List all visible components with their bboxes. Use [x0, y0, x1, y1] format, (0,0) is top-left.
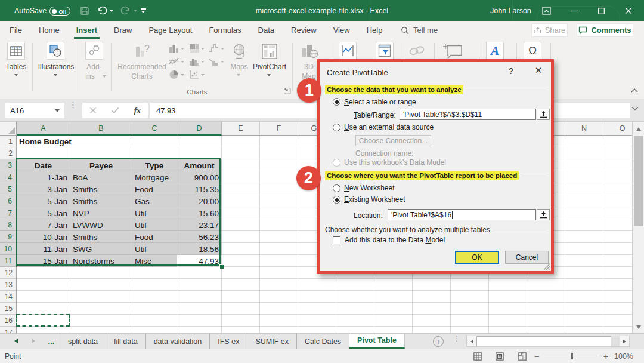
vertical-scrollbar-thumb[interactable] [634, 136, 643, 226]
row-header-5[interactable]: 5 [0, 183, 17, 195]
cell-E12[interactable] [222, 267, 260, 279]
minimize-button[interactable] [566, 0, 583, 21]
cell-M17[interactable] [527, 327, 565, 333]
formula-bar-handle[interactable]: ⋮ [69, 102, 75, 107]
tab-page-layout[interactable]: Page Layout [140, 21, 200, 39]
cell-N3[interactable] [565, 159, 603, 171]
cell-D17[interactable] [177, 327, 222, 333]
location-input[interactable]: 'Pivot Table'!$A$16 [388, 209, 536, 220]
pivotchart-icon[interactable] [261, 43, 278, 60]
cell-F1[interactable] [260, 136, 298, 147]
cell-H16[interactable] [336, 315, 374, 327]
cell-O8[interactable] [603, 219, 632, 231]
page-layout-view-icon[interactable] [496, 352, 505, 362]
row-header-6[interactable]: 6 [0, 195, 17, 207]
cell-D13[interactable] [177, 279, 222, 291]
row-header-8[interactable]: 8 [0, 219, 17, 231]
cell-O1[interactable] [603, 136, 632, 147]
cell-L14[interactable] [489, 291, 527, 303]
cell-J14[interactable] [413, 291, 451, 303]
cell-L16[interactable] [489, 315, 527, 327]
cell-I13[interactable] [374, 279, 413, 291]
cell-F3[interactable] [260, 159, 298, 171]
cell-F14[interactable] [260, 291, 298, 303]
cell-I14[interactable] [374, 291, 413, 303]
cell-A2[interactable] [17, 147, 70, 159]
cell-I15[interactable] [374, 303, 413, 315]
cell-D15[interactable] [177, 303, 222, 315]
cell-A12[interactable] [17, 267, 70, 279]
cell-A15[interactable] [17, 303, 70, 315]
cell-F5[interactable] [260, 183, 298, 195]
sheet-tab-ifs-ex[interactable]: IFS ex [210, 334, 247, 349]
cell-N11[interactable] [565, 255, 603, 267]
tab-help[interactable]: Help [358, 21, 391, 39]
cancel-button[interactable]: Cancel [505, 251, 549, 264]
row-header-16[interactable]: 16 [0, 315, 17, 327]
cell-A13[interactable] [17, 279, 70, 291]
radio-existing-worksheet[interactable] [333, 196, 340, 204]
cell-O6[interactable] [603, 195, 632, 207]
cell-A14[interactable] [17, 291, 70, 303]
cell-C14[interactable] [132, 291, 177, 303]
cell-K13[interactable] [451, 279, 489, 291]
cell-J13[interactable] [413, 279, 451, 291]
pivotchart-label[interactable]: PivotChart [249, 63, 290, 71]
cell-B13[interactable] [70, 279, 132, 291]
sheet-tab-fill-data[interactable]: fill data [106, 334, 146, 349]
cell-O9[interactable] [603, 231, 632, 243]
cell-N14[interactable] [565, 291, 603, 303]
tab-review[interactable]: Review [283, 21, 325, 39]
zoom-slider-thumb[interactable] [571, 353, 573, 359]
cell-F16[interactable] [260, 315, 298, 327]
cell-K14[interactable] [451, 291, 489, 303]
share-button[interactable]: Share [531, 23, 568, 37]
cell-J16[interactable] [413, 315, 451, 327]
tab-file[interactable]: File [1, 21, 30, 39]
sheet-tab-pivot-table[interactable]: Pivot Table [349, 334, 405, 349]
column-header-E[interactable]: E [222, 122, 260, 136]
cell-D14[interactable] [177, 291, 222, 303]
new-comment-icon[interactable] [442, 44, 463, 59]
cell-C1[interactable] [132, 136, 177, 147]
cell-N17[interactable] [565, 327, 603, 333]
cell-L13[interactable] [489, 279, 527, 291]
cell-N15[interactable] [565, 303, 603, 315]
tab-home[interactable]: Home [30, 21, 68, 39]
cell-O4[interactable] [603, 171, 632, 183]
maximize-button[interactable] [593, 0, 609, 21]
name-box[interactable]: A16 [5, 103, 64, 118]
cell-D16[interactable] [177, 315, 222, 327]
cell-E5[interactable] [222, 183, 260, 195]
cell-B14[interactable] [70, 291, 132, 303]
cell-O5[interactable] [603, 183, 632, 195]
collapse-ribbon-icon[interactable] [630, 87, 639, 94]
cell-O10[interactable] [603, 243, 632, 255]
page-break-view-icon[interactable] [518, 352, 528, 362]
row-header-17[interactable]: 17 [0, 327, 17, 333]
cell-G14[interactable] [298, 291, 336, 303]
tab-formulas[interactable]: Formulas [200, 21, 249, 39]
cell-G17[interactable] [298, 327, 336, 333]
symbol-icon[interactable]: Ω [524, 42, 541, 60]
ribbon-display-options-icon[interactable] [540, 0, 553, 21]
cell-N10[interactable] [565, 243, 603, 255]
cell-O15[interactable] [603, 303, 632, 315]
cell-N16[interactable] [565, 315, 603, 327]
cell-F13[interactable] [260, 279, 298, 291]
row-header-11[interactable]: 11 [0, 255, 17, 267]
cell-E4[interactable] [222, 171, 260, 183]
cell-I16[interactable] [374, 315, 413, 327]
add-to-data-model-checkbox[interactable] [333, 236, 340, 244]
sheet-nav-right-icon[interactable] [32, 339, 35, 343]
cell-F7[interactable] [260, 207, 298, 219]
row-header-1[interactable]: 1 [0, 136, 17, 147]
cell-N7[interactable] [565, 207, 603, 219]
cell-F2[interactable] [260, 147, 298, 159]
cell-E9[interactable] [222, 231, 260, 243]
location-collapse-icon[interactable] [537, 209, 550, 220]
column-header-N[interactable]: N [565, 122, 603, 136]
cell-N5[interactable] [565, 183, 603, 195]
cell-M14[interactable] [527, 291, 565, 303]
cell-O11[interactable] [603, 255, 632, 267]
